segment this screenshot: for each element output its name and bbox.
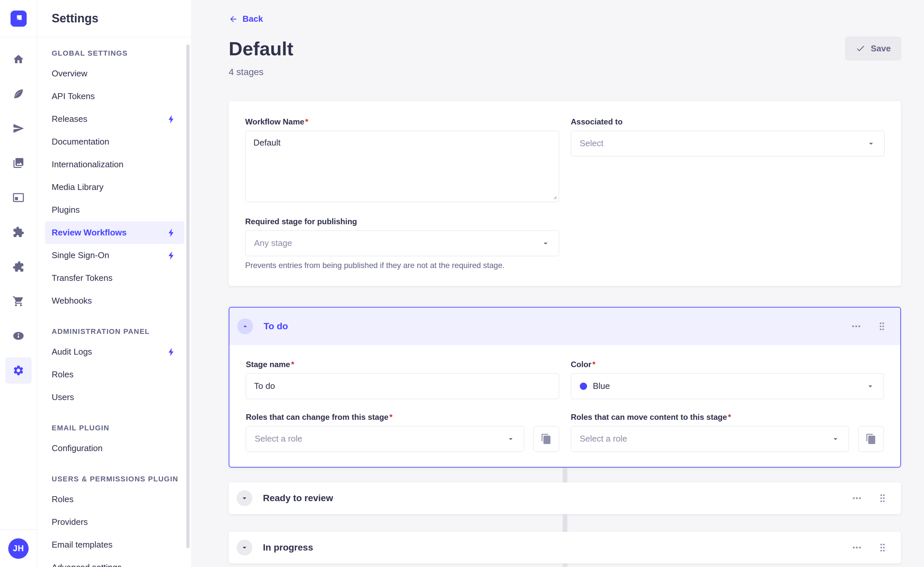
more-options-icon[interactable] [851,321,861,332]
roles-from-field: Roles that can change from this stage Se… [246,412,559,452]
required-stage-select[interactable]: Any stage [245,230,559,256]
sidebar-nav: GLOBAL SETTINGSOverviewAPI TokensRelease… [37,37,192,567]
home-icon[interactable] [12,53,24,65]
resize-handle-icon[interactable] [550,193,557,200]
puzzle-icon[interactable] [12,226,24,238]
info-icon[interactable] [12,330,24,342]
sidebar-item-api-tokens[interactable]: API Tokens [45,85,184,108]
back-arrow-icon [229,15,238,24]
nav-section: GLOBAL SETTINGSOverviewAPI TokensRelease… [45,49,184,312]
stage-card-in-progress: In progress [229,532,901,563]
sidebar-item-transfer-tokens[interactable]: Transfer Tokens [45,267,184,289]
back-label: Back [243,14,263,24]
lightning-icon [166,228,176,238]
drag-handle-icon[interactable] [877,321,887,332]
sidebar-item-label: Review Workflows [52,227,127,238]
sidebar-item-label: Webhooks [52,296,92,306]
chevron-down-icon [831,434,840,444]
stage-title: To do [264,321,288,332]
stage-name-label: Stage name [246,359,559,370]
nav-section-label: USERS & PERMISSIONS PLUGIN [52,475,184,483]
expand-stage-button[interactable] [237,490,252,506]
sidebar-item-documentation[interactable]: Documentation [45,130,184,153]
stage-name-input[interactable] [246,373,559,399]
chevron-down-icon [506,434,515,444]
chevron-down-icon [866,139,876,148]
sidebar-item-plugins[interactable]: Plugins [45,199,184,221]
roles-to-field: Roles that can move content to this stag… [571,412,884,452]
sidebar-item-webhooks[interactable]: Webhooks [45,289,184,312]
icon-rail: JH [0,0,37,567]
avatar[interactable]: JH [8,538,28,559]
stage-color-select[interactable]: Blue [571,373,884,399]
sidebar-item-advanced-settings[interactable]: Advanced settings [45,556,184,567]
sidebar-item-roles[interactable]: Roles [45,363,184,386]
roles-from-select[interactable]: Select a role [246,426,524,452]
stage-connector [563,563,567,567]
sidebar-item-roles[interactable]: Roles [45,488,184,511]
sidebar-item-email-templates[interactable]: Email templates [45,533,184,556]
roles-from-label: Roles that can change from this stage [246,412,559,422]
roles-to-label: Roles that can move content to this stag… [571,412,884,422]
puzzle-alt-icon[interactable] [12,261,24,273]
drag-handle-icon[interactable] [877,493,888,504]
roles-to-select[interactable]: Select a role [571,426,849,452]
check-icon [855,44,866,53]
stage-color-label: Color [571,359,884,370]
stage-connector [563,468,567,482]
sidebar-item-single-sign-on[interactable]: Single Sign-On [45,244,184,267]
rail-footer: JH [0,529,37,567]
apply-to-all-stages-button[interactable] [533,426,559,452]
workflow-name-input[interactable]: Default [245,131,559,202]
chevron-down-icon [541,239,550,248]
save-label: Save [871,44,891,54]
gear-icon[interactable] [5,357,32,384]
collapse-stage-button[interactable] [237,319,253,334]
sidebar-item-releases[interactable]: Releases [45,108,184,130]
drag-handle-icon[interactable] [877,542,888,553]
sidebar-item-providers[interactable]: Providers [45,511,184,533]
workflow-name-label: Workflow Name [245,117,559,127]
roles-to-value: Select a role [580,434,627,444]
feather-icon[interactable] [12,88,24,100]
lightning-icon [166,114,176,124]
sidebar-item-configuration[interactable]: Configuration [45,437,184,460]
more-options-icon[interactable] [852,542,862,553]
sidebar-item-label: Media Library [52,182,104,192]
workflow-name-field: Workflow Name Default [245,117,559,202]
sidebar-item-label: Email templates [52,540,112,550]
plane-icon[interactable] [12,122,24,134]
chevron-up-icon [241,322,249,331]
expand-stage-button[interactable] [237,540,252,555]
sidebar-item-audit-logs[interactable]: Audit Logs [45,340,184,363]
save-button[interactable]: Save [845,37,901,60]
media-icon[interactable] [12,157,24,169]
sidebar-item-overview[interactable]: Overview [45,62,184,85]
associated-to-label: Associated to [571,117,885,127]
page-title: Default [229,38,294,60]
sidebar-scrollbar[interactable] [186,44,189,548]
sidebar-item-label: Users [52,392,74,402]
sidebar-item-media-library[interactable]: Media Library [45,176,184,199]
cart-icon[interactable] [12,295,24,307]
logo-area[interactable] [0,0,37,37]
stage-color-value: Blue [593,381,610,391]
apply-to-all-stages-button[interactable] [858,426,884,452]
sidebar-item-users[interactable]: Users [45,386,184,409]
associated-to-select[interactable]: Select [571,131,885,156]
associated-to-value: Select [580,138,603,149]
sidebar-item-label: Internationalization [52,159,123,170]
strapi-logo-icon [10,11,27,27]
chevron-down-icon [240,494,249,502]
color-swatch [580,383,587,390]
back-link[interactable]: Back [229,14,263,24]
sidebar-title: Settings [52,12,98,26]
required-stage-label: Required stage for publishing [245,217,559,227]
duplicate-icon [541,433,552,445]
panel-icon[interactable] [12,192,24,203]
duplicate-icon [866,433,877,445]
sidebar-item-review-workflows[interactable]: Review Workflows [45,221,184,244]
workflow-settings-card: Workflow Name Default Associated to Sele… [229,101,901,286]
sidebar-item-internationalization[interactable]: Internationalization [45,153,184,176]
more-options-icon[interactable] [852,493,862,504]
